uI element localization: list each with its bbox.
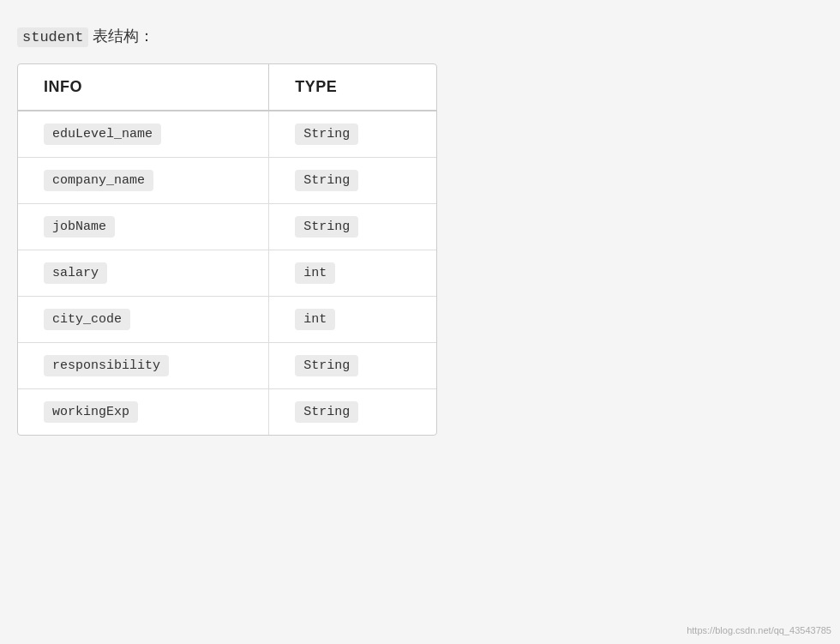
type-cell: String — [269, 389, 436, 436]
type-cell: String — [269, 158, 436, 204]
table-header-row: INFO TYPE — [18, 64, 436, 111]
type-badge: int — [295, 309, 335, 330]
field-cell: workingExp — [18, 389, 269, 436]
field-cell: eduLevel_name — [18, 111, 269, 158]
field-badge: responsibility — [44, 355, 169, 376]
type-badge: String — [295, 216, 358, 238]
field-cell: city_code — [18, 297, 269, 343]
type-badge: String — [295, 401, 358, 423]
type-badge: int — [295, 262, 335, 284]
field-cell: jobName — [18, 204, 269, 250]
table-row: jobNameString — [18, 204, 436, 250]
header-info: INFO — [18, 64, 269, 111]
table-row: workingExpString — [18, 389, 436, 436]
struct-table: INFO TYPE eduLevel_nameStringcompany_nam… — [18, 64, 436, 435]
table-row: company_nameString — [18, 158, 436, 204]
type-cell: int — [269, 297, 436, 343]
field-badge: city_code — [44, 309, 130, 330]
field-badge: jobName — [44, 216, 115, 238]
field-badge: eduLevel_name — [44, 123, 161, 145]
field-cell: responsibility — [18, 343, 269, 389]
table-row: salaryint — [18, 250, 436, 297]
page-title: student 表结构： — [17, 26, 823, 46]
type-cell: String — [269, 111, 436, 158]
field-cell: salary — [18, 250, 269, 297]
title-code: student — [17, 27, 88, 47]
table-row: responsibilityString — [18, 343, 436, 389]
field-badge: salary — [44, 262, 107, 284]
type-cell: String — [269, 343, 436, 389]
table-row: eduLevel_nameString — [18, 111, 436, 158]
field-cell: company_name — [18, 158, 269, 204]
type-cell: int — [269, 250, 436, 297]
header-type: TYPE — [269, 64, 436, 111]
field-badge: company_name — [44, 170, 153, 191]
type-badge: String — [295, 170, 358, 191]
title-suffix: 表结构： — [88, 27, 154, 45]
watermark: https://blog.csdn.net/qq_43543785 — [687, 625, 831, 635]
table-row: city_codeint — [18, 297, 436, 343]
type-badge: String — [295, 123, 358, 145]
table-container: INFO TYPE eduLevel_nameStringcompany_nam… — [17, 63, 437, 436]
type-badge: String — [295, 355, 358, 376]
type-cell: String — [269, 204, 436, 250]
field-badge: workingExp — [44, 401, 138, 423]
